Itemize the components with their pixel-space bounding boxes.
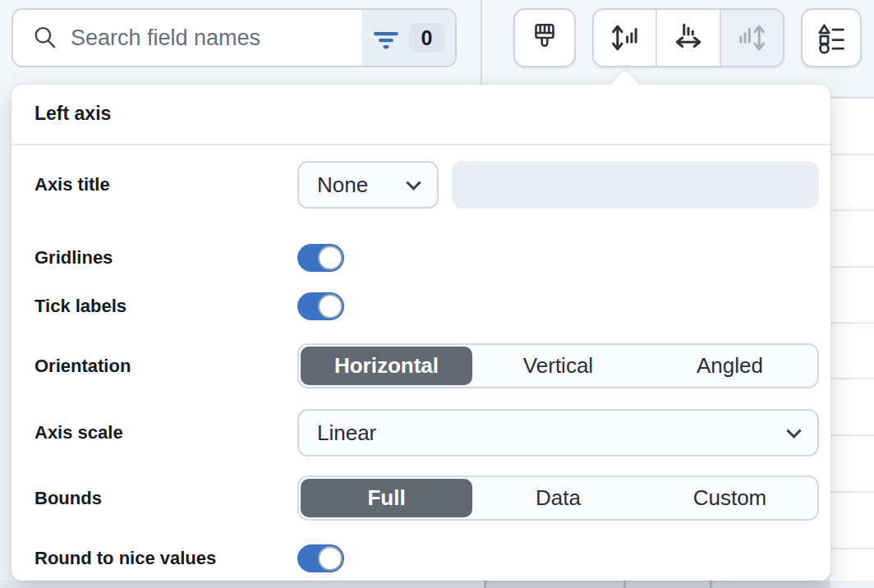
gridlines-label: Gridlines [34,247,297,269]
tick-labels-toggle[interactable] [297,292,344,320]
bottom-axis-button[interactable] [656,10,719,66]
search-input[interactable] [71,25,361,51]
popover-header: Left axis [12,85,830,145]
bounds-custom-button[interactable]: Custom [644,479,816,517]
axis-scale-row: Axis scale Linear [34,409,819,457]
visual-options-button[interactable] [513,8,576,67]
legend-icon [814,21,849,55]
orientation-label: Orientation [34,356,297,377]
left-axis-button[interactable] [594,10,656,66]
orientation-button-group: Horizontal Vertical Angled [297,343,819,388]
axis-title-mode-value: None [317,172,368,198]
bounds-full-button[interactable]: Full [301,479,472,517]
popover-title: Left axis [34,103,807,125]
axis-scale-select[interactable]: Linear [297,409,819,457]
axis-title-label: Axis title [34,174,297,195]
axis-left-icon [608,21,642,55]
field-filter-append[interactable]: 0 [361,8,455,67]
popover-body: Axis title None Gridlines Tick labe [12,161,830,572]
topbar-divider [481,0,482,85]
round-to-nice-values-toggle[interactable] [297,544,344,572]
axis-scale-value: Linear [317,420,376,446]
paintbrush-icon [527,21,562,55]
gridlines-toggle[interactable] [297,244,344,272]
bounds-label: Bounds [34,488,297,509]
round-to-nice-values-label: Round to nice values [34,548,297,569]
bounds-button-group: Full Data Custom [297,475,819,521]
chevron-down-icon [786,423,801,438]
axis-title-text-input[interactable] [452,161,819,209]
field-search-bar[interactable]: 0 [12,8,457,67]
chart-area-sliver [830,97,874,581]
orientation-horizontal-button[interactable]: Horizontal [301,347,472,385]
orientation-vertical-button[interactable]: Vertical [472,347,644,385]
orientation-angled-button[interactable]: Angled [644,347,816,385]
axis-title-row: Axis title None [34,161,819,209]
axis-right-icon [734,21,769,55]
filter-icon[interactable] [372,24,400,52]
axis-bottom-icon [671,21,706,55]
legend-button[interactable] [801,8,862,67]
background-bottom-strip [0,581,874,588]
bounds-row: Bounds Full Data Custom [34,475,819,521]
lens-editor-screen: 0 [0,0,874,588]
gridlines-row: Gridlines [34,244,819,272]
tick-labels-label: Tick labels [34,296,297,317]
round-to-nice-values-row: Round to nice values [34,544,819,572]
axis-settings-button-group [592,8,784,67]
right-axis-button [720,10,783,66]
orientation-row: Orientation Horizontal Vertical Angled [34,343,819,388]
search-icon [31,24,59,52]
bounds-data-button[interactable]: Data [472,479,644,517]
left-axis-popover: Left axis Axis title None Gridlines [12,85,830,581]
axis-title-mode-select[interactable]: None [297,161,439,209]
axis-scale-label: Axis scale [34,422,297,443]
tick-labels-row: Tick labels [34,292,819,320]
filter-count-badge: 0 [409,23,445,53]
chevron-down-icon [406,175,421,190]
